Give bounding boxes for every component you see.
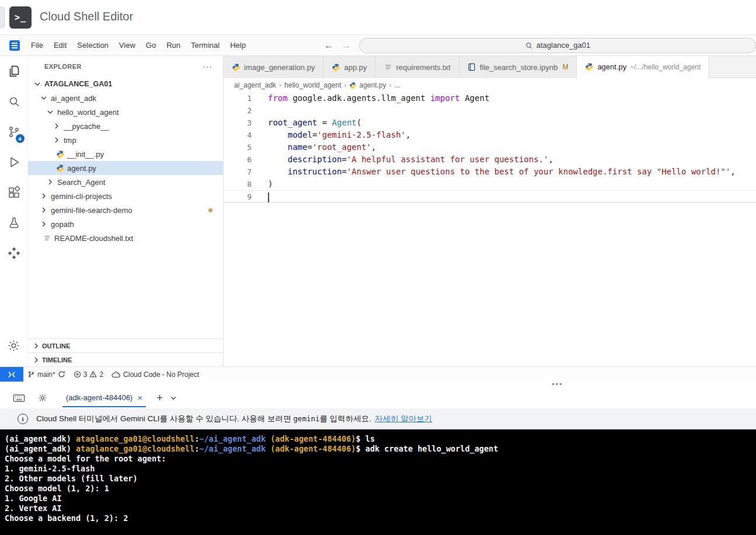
section-timeline[interactable]: TIMELINE <box>28 352 223 366</box>
section-outline[interactable]: OUTLINE <box>28 338 223 352</box>
tree-item-README-cloudshell.txt[interactable]: README-cloudshell.txt <box>28 231 223 245</box>
line-number: 7 <box>224 166 252 178</box>
activity-files-button[interactable] <box>0 56 28 86</box>
line-content: root_agent = Agent( <box>252 117 361 129</box>
activity-extensions-button[interactable] <box>0 177 28 208</box>
tree-item-label: agent.py <box>67 164 96 173</box>
breadcrumb-label: ... <box>395 81 400 89</box>
app-header: >_ Cloud Shell Editor <box>0 0 756 35</box>
python-icon <box>55 149 65 159</box>
tree-item-gopath[interactable]: gopath <box>28 217 223 231</box>
learn-more-link[interactable]: 자세히 알아보기 <box>375 414 432 424</box>
tree-item-label: ai_agent_adk <box>51 94 96 103</box>
activity-bar-items: 4 <box>0 56 28 268</box>
menu-item-view[interactable]: View <box>114 36 141 55</box>
activity-cloud-code-button[interactable] <box>0 238 28 268</box>
explorer-more-actions-icon[interactable]: ··· <box>203 62 212 71</box>
tree-item-__pycache__[interactable]: __pycache__ <box>28 119 223 133</box>
tree-item-label: hello_world_agent <box>57 108 119 117</box>
line-number: 3 <box>224 117 252 129</box>
test-beaker-icon <box>7 216 21 230</box>
breadcrumb-item-hello_world_agent[interactable]: hello_world_agent <box>284 81 341 89</box>
problems-status[interactable]: 3 2 <box>69 367 107 382</box>
menu-item-go[interactable]: Go <box>141 36 161 55</box>
panel-resize-handle[interactable]: ••• <box>0 382 756 389</box>
activity-search-button[interactable] <box>0 86 28 117</box>
breadcrumb-item-agent.py[interactable]: agent.py <box>349 81 386 89</box>
new-terminal-button[interactable]: + <box>156 391 163 404</box>
breadcrumb-label: agent.py <box>359 81 386 89</box>
tree-item-tmp[interactable]: tmp <box>28 133 223 147</box>
terminal-tab-label: (adk-agent-484406) <box>66 393 133 402</box>
menu-item-terminal[interactable]: Terminal <box>186 36 225 55</box>
tree-item-hello_world_agent[interactable]: hello_world_agent <box>28 105 223 119</box>
tree-item-gemini-cli-projects[interactable]: gemini-cli-projects <box>28 189 223 203</box>
line-number: 8 <box>224 178 252 190</box>
tree-item-agent.py[interactable]: agent.py <box>28 161 223 175</box>
tree-item-ai_agent_adk[interactable]: ai_agent_adk <box>28 91 223 105</box>
tree-item-__init__.py[interactable]: __init__.py <box>28 147 223 161</box>
terminal-tab-bar: (adk-agent-484406) × + <box>0 389 756 407</box>
remote-icon <box>6 370 17 379</box>
code-line: 8) <box>224 178 756 190</box>
error-count: 3 <box>83 370 88 379</box>
line-content: model='gemini-2.5-flash', <box>252 129 410 141</box>
search-icon <box>7 95 21 109</box>
keyboard-icon[interactable] <box>13 394 25 403</box>
close-terminal-tab-icon[interactable]: × <box>137 393 142 403</box>
tree-item-gemini-file-search-demo[interactable]: gemini-file-search-demo <box>28 203 223 217</box>
banner-text: Cloud Shell 터미널에서 Gemini CLI를 사용할 수 있습니다… <box>36 414 371 424</box>
gemini-cli-banner: i Cloud Shell 터미널에서 Gemini CLI를 사용할 수 있습… <box>0 408 756 429</box>
terminal-tab[interactable]: (adk-agent-484406) × <box>62 389 146 407</box>
sidebar-sections: OUTLINETIMELINE <box>28 338 223 366</box>
panel-more-actions-icon[interactable]: ••• <box>552 380 563 389</box>
code-editor[interactable]: 1from google.adk.agents.llm_agent import… <box>224 92 756 366</box>
tab-label: app.py <box>344 63 367 72</box>
gear-icon <box>7 339 20 352</box>
sync-icon <box>58 370 65 378</box>
explorer-header: EXPLORER ··· <box>28 56 223 77</box>
tree-item-Search_Agent[interactable]: Search_Agent <box>28 175 223 189</box>
chevron-right-icon <box>39 205 48 215</box>
terminal-settings-gear-icon[interactable] <box>38 393 47 403</box>
tab-file_search_store.ipynb[interactable]: file_search_store.ipynbM <box>459 56 577 78</box>
tab-agent.py[interactable]: agent.py~/.../hello_world_agent <box>577 56 709 78</box>
menu-item-edit[interactable]: Edit <box>48 36 72 55</box>
breadcrumb-separator: › <box>344 81 346 89</box>
tab-app.py[interactable]: app.py <box>323 56 375 78</box>
activity-source-control-button[interactable]: 4 <box>0 117 28 147</box>
cloud-code-status[interactable]: Cloud Code - No Project <box>107 367 203 382</box>
activity-bar-bottom <box>0 330 28 361</box>
menu-item-file[interactable]: File <box>26 36 48 55</box>
terminal-dropdown-icon[interactable] <box>170 394 177 401</box>
remote-indicator-button[interactable] <box>0 367 23 382</box>
tab-image_generation.py[interactable]: image_generation.py <box>224 56 323 78</box>
code-line: 9 <box>224 190 756 202</box>
breadcrumb-item-ai_agent_adk[interactable]: ai_agent_adk <box>234 81 276 89</box>
menu-bar: FileEditSelectionViewGoRunTerminalHelp ←… <box>0 35 756 56</box>
activity-gear-button[interactable] <box>0 330 28 361</box>
terminal-output[interactable]: (ai_agent_adk) ataglance_ga01@cloudshell… <box>0 429 756 535</box>
breadcrumb-item-...[interactable]: ... <box>395 81 400 89</box>
terminal-line: 2. Vertex AI <box>5 503 756 513</box>
tab-requirements.txt[interactable]: requirements.txt <box>375 56 459 78</box>
branch-status[interactable]: main* <box>23 367 69 382</box>
line-number: 4 <box>224 129 252 141</box>
breadcrumb-separator: › <box>389 81 392 89</box>
cloud-code-label: Cloud Code - No Project <box>123 370 199 379</box>
forward-arrow-icon[interactable]: → <box>342 40 351 51</box>
tab-label: requirements.txt <box>396 63 450 72</box>
command-search-input[interactable]: ataglance_ga01 <box>359 38 756 53</box>
menu-item-run[interactable]: Run <box>161 36 186 55</box>
menu-item-selection[interactable]: Selection <box>72 36 113 55</box>
chevron-right-icon <box>39 191 48 201</box>
application-menu-icon[interactable] <box>9 40 20 51</box>
activity-run-debug-button[interactable] <box>0 147 28 177</box>
back-arrow-icon[interactable]: ← <box>324 40 333 51</box>
terminal-line: Choose a model for the root agent: <box>5 454 756 464</box>
editor-tabs: image_generation.pyapp.pyrequirements.tx… <box>224 56 756 78</box>
activity-test-beaker-button[interactable] <box>0 208 28 238</box>
tree-item-ATAGLANCE_GA01[interactable]: ATAGLANCE_GA01 <box>28 77 223 91</box>
menu-item-help[interactable]: Help <box>225 36 251 55</box>
tree-item-label: Search_Agent <box>57 178 105 187</box>
